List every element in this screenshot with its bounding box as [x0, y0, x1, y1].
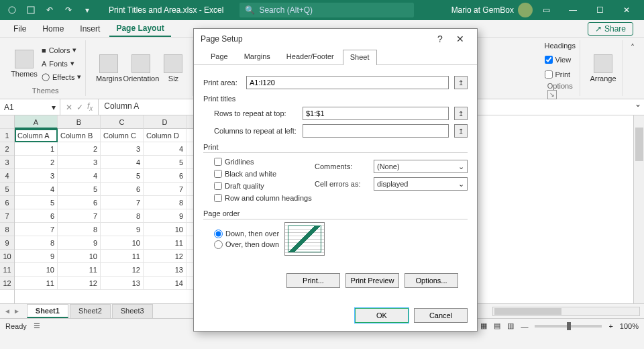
collapse-ribbon-icon[interactable]: ˄ [627, 40, 639, 96]
sheet-tab[interactable]: Sheet3 [112, 304, 153, 318]
cell[interactable]: 9 [101, 223, 144, 236]
cell[interactable]: 9 [15, 250, 58, 263]
cell[interactable]: 6 [58, 196, 101, 209]
cell[interactable]: 4 [15, 183, 58, 196]
fx-icon[interactable]: fx [87, 101, 93, 112]
cell[interactable]: Column B [58, 129, 101, 142]
tab-insert[interactable]: Insert [73, 21, 107, 36]
sheet-tab[interactable]: Sheet1 [27, 304, 68, 318]
redo-icon[interactable]: ↷ [60, 2, 76, 18]
horizontal-scrollbar[interactable] [492, 307, 640, 316]
cell[interactable]: 9 [144, 209, 186, 223]
cell[interactable]: Column C [101, 129, 144, 142]
cell[interactable]: 4 [101, 156, 144, 169]
name-box[interactable]: A1▾ [0, 99, 60, 115]
column-header[interactable]: A [15, 115, 58, 129]
tab-file[interactable]: File [7, 21, 33, 36]
gridlines-checkbox[interactable]: Gridlines [214, 156, 315, 168]
row-header[interactable]: 3 [0, 156, 14, 169]
sheet-tab[interactable]: Sheet2 [70, 304, 111, 318]
ok-button[interactable]: OK [355, 308, 409, 323]
cell[interactable]: 13 [101, 277, 144, 290]
cell[interactable]: 8 [144, 196, 186, 209]
dlg-tab-margins[interactable]: Margins [237, 49, 278, 64]
enter-formula-icon[interactable]: ✓ [76, 103, 83, 112]
cell[interactable]: 13 [144, 263, 186, 277]
dlg-tab-sheet[interactable]: Sheet [343, 50, 377, 65]
black-white-checkbox[interactable]: Black and white [214, 168, 315, 180]
cell[interactable]: 11 [101, 250, 144, 263]
sheet-options-launcher-icon[interactable]: ↘ [547, 90, 557, 99]
down-then-over-radio[interactable]: Down, then over [214, 230, 279, 238]
cell[interactable]: 2 [58, 142, 101, 156]
margins-button[interactable]: Margins [94, 53, 123, 84]
cell[interactable]: 10 [15, 263, 58, 277]
cell[interactable]: 7 [144, 183, 186, 196]
column-header[interactable]: B [58, 115, 101, 129]
draft-quality-checkbox[interactable]: Draft quality [214, 180, 315, 192]
row-col-headings-checkbox[interactable]: Row and column headings [214, 192, 315, 204]
row-header[interactable]: 5 [0, 183, 14, 196]
view-page-break-icon[interactable]: ▥ [507, 321, 514, 330]
cell[interactable]: 1 [15, 142, 58, 156]
themes-button[interactable]: Themes [9, 48, 39, 79]
row-header[interactable]: 1 [0, 129, 14, 142]
cell[interactable]: 11 [58, 263, 101, 277]
row-header[interactable]: 11 [0, 263, 14, 277]
cell[interactable]: 3 [101, 142, 144, 156]
cell[interactable]: 5 [144, 156, 186, 169]
effects-button[interactable]: ◯ Effects ▾ [42, 70, 81, 84]
zoom-in-icon[interactable]: + [608, 322, 612, 330]
colors-button[interactable]: ■ Colors ▾ [42, 44, 81, 57]
maximize-icon[interactable]: ☐ [586, 0, 613, 20]
sheet-nav-prev-icon[interactable]: ◄ [4, 307, 11, 315]
options-button[interactable]: Options... [405, 273, 458, 288]
close-icon[interactable]: ✕ [613, 0, 640, 20]
arrange-button[interactable]: Arrange [588, 53, 618, 84]
cell[interactable]: 10 [101, 236, 144, 250]
cell[interactable]: 6 [144, 169, 186, 183]
accessibility-icon[interactable]: ☰ [34, 321, 40, 330]
cell[interactable]: 11 [15, 277, 58, 290]
row-header[interactable]: 9 [0, 236, 14, 250]
fonts-button[interactable]: A Fonts ▾ [42, 57, 81, 70]
column-header[interactable]: D [144, 115, 186, 129]
cell[interactable]: 4 [144, 142, 186, 156]
row-header[interactable]: 7 [0, 209, 14, 223]
sheet-nav-next-icon[interactable]: ► [13, 307, 20, 315]
rows-repeat-input[interactable] [303, 107, 449, 120]
dialog-help-icon[interactable]: ? [430, 34, 450, 44]
row-header[interactable]: 4 [0, 169, 14, 183]
cols-repeat-input[interactable] [303, 124, 449, 138]
print-button[interactable]: Print... [286, 273, 340, 288]
minimize-icon[interactable]: — [559, 0, 586, 20]
share-button[interactable]: ↗ Share [588, 22, 633, 36]
cancel-formula-icon[interactable]: ✕ [66, 103, 72, 112]
cell[interactable]: 12 [101, 263, 144, 277]
cell[interactable]: 7 [15, 223, 58, 236]
cell[interactable]: 6 [15, 209, 58, 223]
chevron-down-icon[interactable]: ▾ [52, 103, 56, 112]
autosave-toggle[interactable] [4, 2, 20, 18]
cell[interactable]: 5 [101, 169, 144, 183]
dlg-tab-header-footer[interactable]: Header/Footer [279, 49, 341, 64]
cell[interactable]: 6 [101, 183, 144, 196]
over-then-down-radio[interactable]: Over, then down [214, 240, 279, 249]
cell[interactable]: Column A [15, 129, 58, 142]
cell[interactable]: Column D [144, 129, 186, 142]
cell[interactable]: 9 [58, 236, 101, 250]
print-preview-button[interactable]: Print Preview [345, 273, 399, 288]
cancel-button[interactable]: Cancel [414, 308, 468, 323]
cell[interactable]: 7 [101, 196, 144, 209]
row-header[interactable]: 10 [0, 250, 14, 263]
cell[interactable]: 2 [15, 156, 58, 169]
cell[interactable]: 3 [58, 156, 101, 169]
cell[interactable]: 5 [58, 183, 101, 196]
qat-dropdown-icon[interactable]: ▾ [79, 2, 95, 18]
print-headings-checkbox[interactable]: Print [545, 68, 571, 81]
tab-home[interactable]: Home [36, 21, 70, 36]
size-button[interactable]: Siz [158, 53, 188, 84]
view-normal-icon[interactable]: ▦ [480, 321, 487, 330]
zoom-out-icon[interactable]: — [521, 322, 528, 330]
dialog-title-bar[interactable]: Page Setup ? ✕ [194, 29, 477, 49]
